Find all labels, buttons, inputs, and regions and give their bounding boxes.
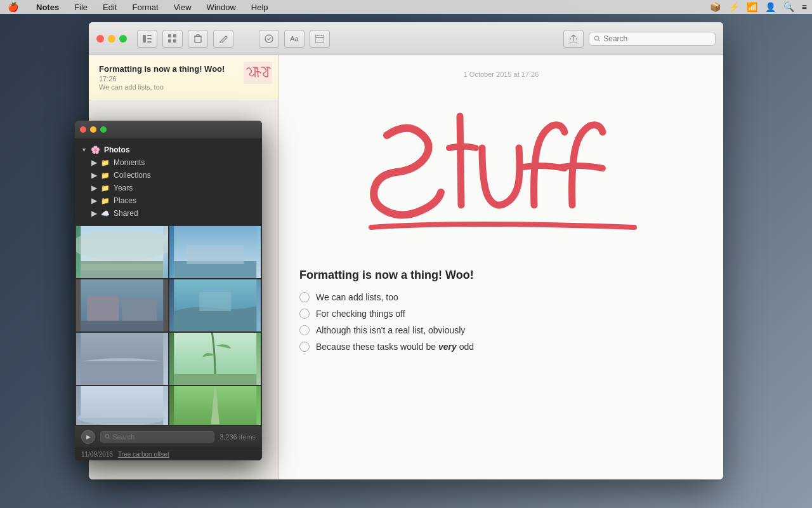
play-button[interactable]: ▶ [81,430,95,444]
note-editor: 1 October 2015 at 17:26 [279,55,723,479]
photo-item-8[interactable] [169,386,261,425]
photo-item-3[interactable] [76,279,168,331]
checklist-item-2-text: For checking things off [316,309,405,319]
selected-note-item[interactable]: Formatting is now a thing! Woo! 17:26 We… [89,55,278,100]
wifi-icon[interactable]: 📶 [747,2,757,12]
checklist-button[interactable] [259,30,279,48]
photos-arrow-icon: ▼ [81,147,87,153]
photos-search-box[interactable] [100,431,214,443]
control-center-icon[interactable]: ≡ [802,2,807,12]
checklist-item-1: We can add lists, too [299,292,703,302]
svg-rect-22 [122,298,157,324]
new-note-button[interactable] [213,30,233,48]
photos-close-button[interactable] [80,126,86,133]
photos-grid [75,225,262,425]
share-button[interactable] [563,30,584,48]
menu-help[interactable]: Help [249,3,271,12]
traffic-lights [96,35,127,43]
sidebar-item-years[interactable]: ▶ 📁 Years [75,182,262,194]
svg-point-32 [77,410,166,425]
sidebar-item-places[interactable]: ▶ 📁 Places [75,194,262,207]
svg-rect-23 [81,321,163,331]
moments-arrow-icon: ▶ [91,158,97,167]
maximize-button[interactable] [119,35,127,43]
menu-view[interactable]: View [171,3,194,12]
svg-rect-1 [147,35,152,36]
search-box[interactable] [589,32,716,46]
photos-main-item[interactable]: ▼ 🌸 Photos [75,144,262,156]
note-timestamp: 1 October 2015 at 17:26 [299,70,703,78]
note-content-title: Formatting is now a thing! Woo! [299,269,703,282]
search-icon [594,36,600,42]
svg-rect-8 [195,36,201,43]
photos-maximize-button[interactable] [100,126,107,133]
font-button[interactable]: Aa [284,30,304,48]
minimize-button[interactable] [108,35,115,43]
checkbox-2[interactable] [299,309,310,319]
window-toolbar: Aa [89,22,723,55]
years-arrow-icon: ▶ [91,184,97,192]
sidebar-item-shared[interactable]: ▶ ☁️ Shared [75,207,262,220]
menu-window[interactable]: Window [204,3,239,12]
photos-library-icon: 🌸 [91,145,100,154]
note-item-time: 17:26 [99,75,268,83]
svg-point-35 [105,434,109,438]
photos-status-bar: 11/09/2015 Tree carbon offset [75,448,262,460]
note-thumbnail [244,62,272,87]
grid-view-button[interactable] [162,30,183,48]
checkbox-3[interactable] [299,325,310,335]
photo-item-6[interactable] [169,333,261,385]
checklist-item-4: Because these tasks would be very odd [299,342,703,352]
svg-rect-0 [143,35,146,43]
note-item-preview: We can add lists, too [99,83,268,91]
photos-minimize-button[interactable] [90,126,96,133]
menu-notes[interactable]: Notes [34,3,62,12]
svg-rect-7 [173,39,176,43]
photo-item-2[interactable] [169,226,261,278]
moments-folder-icon: 📁 [101,159,110,167]
sidebar-shared-label: Shared [114,209,138,218]
user-icon[interactable]: 👤 [765,2,776,12]
photos-search-input[interactable] [112,433,210,441]
checklist-item-4-text: Because these tasks would be very odd [316,342,474,352]
svg-point-9 [265,35,273,43]
photos-status-date: 11/09/2015 [81,451,113,458]
photo-item-1[interactable] [76,226,168,278]
collections-folder-icon: 📁 [101,171,110,180]
apple-menu[interactable]: 🍎 [5,2,21,12]
toggle-sidebar-button[interactable] [137,30,157,48]
svg-rect-6 [168,39,171,43]
menu-edit[interactable]: Edit [100,3,119,12]
checkbox-4[interactable] [299,342,310,352]
search-input[interactable] [603,34,710,43]
extra-icon[interactable]: ⚡ [728,2,739,12]
sidebar-collections-label: Collections [114,171,151,180]
menu-file[interactable]: File [72,3,90,12]
menu-format[interactable]: Format [129,3,160,12]
svg-rect-29 [174,374,256,385]
sidebar-item-moments[interactable]: ▶ 📁 Moments [75,156,262,169]
delete-button[interactable] [188,30,208,48]
spotlight-icon[interactable]: 🔍 [783,2,794,12]
shared-arrow-icon: ▶ [91,209,97,218]
photos-window: ▼ 🌸 Photos ▶ 📁 Moments ▶ 📁 Collections ▶… [75,121,262,460]
svg-point-11 [594,36,598,39]
dropbox-icon[interactable]: 📦 [710,2,721,12]
photo-item-4[interactable] [169,279,261,331]
sidebar-item-collections[interactable]: ▶ 📁 Collections [75,169,262,182]
photo-item-7[interactable] [76,386,168,425]
photos-search-icon [105,434,110,439]
photo-item-5[interactable] [76,333,168,385]
svg-rect-4 [168,34,171,37]
close-button[interactable] [96,35,104,43]
attachment-button[interactable] [310,30,330,48]
svg-rect-27 [81,361,163,385]
photos-status-link[interactable]: Tree carbon offset [118,451,169,458]
svg-rect-10 [315,35,324,43]
checkbox-1[interactable] [299,292,310,302]
collections-arrow-icon: ▶ [91,171,97,180]
checklist-item-2: For checking things off [299,309,703,319]
photos-grid-area [75,225,262,425]
photos-count: 3,236 items [219,433,256,441]
svg-rect-34 [174,424,256,425]
